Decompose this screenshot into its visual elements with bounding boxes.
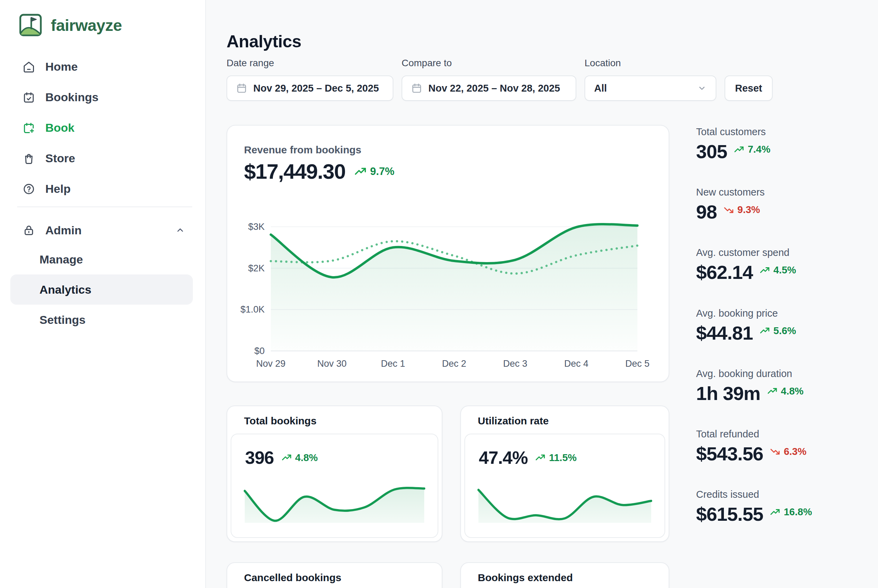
stat-label: Credits issued: [696, 489, 872, 500]
location-value: All: [594, 82, 607, 94]
reset-group: Reset: [725, 75, 773, 101]
lock-icon: [23, 224, 35, 236]
stat-label: Total customers: [696, 126, 872, 138]
utilization-rate-trend: 11.5%: [535, 452, 577, 464]
cancelled-bookings-card: Cancelled bookings: [227, 562, 442, 588]
page-title: Analytics: [227, 32, 301, 51]
sidebar-item-label: Book: [45, 121, 75, 135]
revenue-card-title: Revenue from bookings: [244, 144, 361, 156]
sidebar-item-settings[interactable]: Settings: [0, 304, 205, 335]
trending-up-icon: [767, 386, 777, 396]
calendar-plus-icon: [23, 122, 35, 134]
utilization-rate-title: Utilization rate: [478, 415, 549, 427]
compare-to-button[interactable]: Nov 22, 2025 – Nov 28, 2025: [401, 75, 576, 101]
sidebar-item-manage[interactable]: Manage: [0, 244, 205, 274]
svg-text:Dec 2: Dec 2: [442, 358, 466, 369]
date-range-filter: Date range Nov 29, 2025 – Dec 5, 2025: [227, 58, 393, 101]
cancelled-bookings-title: Cancelled bookings: [244, 572, 341, 584]
svg-text:Dec 1: Dec 1: [381, 358, 405, 369]
sidebar-item-label: Store: [45, 152, 75, 165]
stat-trend: 6.3%: [770, 446, 806, 457]
revenue-card: Revenue from bookings $17,449.30 9.7% $0…: [227, 125, 669, 382]
compare-to-value: Nov 22, 2025 – Nov 28, 2025: [428, 82, 560, 94]
stat-label: Avg. booking price: [696, 308, 872, 319]
stat-trend: 16.8%: [770, 506, 812, 518]
trend-value: 6.3%: [783, 446, 806, 457]
sidebar-item-help[interactable]: Help: [0, 174, 205, 204]
stat-avg-booking-price: Avg. booking price $44.81 5.6%: [696, 308, 872, 342]
stat-trend: 7.4%: [734, 144, 770, 155]
revenue-line-chart: $0$1.0K$2K$3KNov 29Nov 30Dec 1Dec 2Dec 3…: [227, 213, 670, 378]
stat-value: $543.56: [696, 445, 763, 463]
trending-down-icon: [723, 205, 734, 215]
stat-avg-booking-duration: Avg. booking duration 1h 39m 4.8%: [696, 368, 872, 402]
location-filter: Location All: [585, 58, 716, 101]
calendar-icon: [236, 82, 247, 94]
bookings-extended-title: Bookings extended: [478, 572, 573, 584]
sidebar-item-label: Analytics: [39, 283, 91, 296]
trending-up-icon: [759, 326, 770, 336]
filters-bar: Date range Nov 29, 2025 – Dec 5, 2025 Co…: [227, 58, 773, 101]
stat-trend: 5.6%: [759, 325, 796, 336]
sidebar-item-label: Settings: [39, 313, 86, 327]
trending-up-icon: [734, 144, 744, 155]
sidebar-item-label: Home: [45, 60, 78, 74]
calendar-check-icon: [23, 91, 35, 104]
date-range-button[interactable]: Nov 29, 2025 – Dec 5, 2025: [227, 75, 393, 101]
trend-value: 9.7%: [370, 165, 394, 178]
brand-name: fairwayze: [51, 16, 122, 34]
reset-button[interactable]: Reset: [725, 75, 773, 101]
revenue-trend: 9.7%: [354, 165, 394, 178]
svg-text:Dec 4: Dec 4: [564, 358, 589, 369]
trend-value: 16.8%: [783, 506, 812, 518]
trend-value: 9.3%: [737, 204, 760, 216]
stat-total-customers: Total customers 305 7.4%: [696, 126, 872, 160]
stat-value: $44.81: [696, 324, 753, 342]
svg-text:$1.0K: $1.0K: [240, 304, 265, 315]
stat-trend: 4.5%: [759, 264, 796, 276]
sidebar-item-home[interactable]: Home: [0, 51, 205, 82]
svg-text:Dec 3: Dec 3: [503, 358, 528, 369]
sidebar-nav: Home Bookings Book Store Help: [0, 51, 205, 204]
svg-text:$2K: $2K: [248, 263, 265, 273]
stat-value: 305: [696, 142, 727, 160]
total-bookings-value: 396: [245, 447, 274, 468]
utilization-rate-value: 47.4%: [479, 447, 528, 468]
stat-value: 98: [696, 203, 717, 221]
sidebar-item-label: Help: [45, 182, 71, 195]
stat-trend: 4.8%: [767, 386, 803, 397]
revenue-value: $17,449.30: [244, 159, 345, 183]
svg-text:Dec 5: Dec 5: [625, 358, 650, 369]
compare-to-filter: Compare to Nov 22, 2025 – Nov 28, 2025: [401, 58, 576, 101]
home-icon: [23, 61, 35, 73]
sidebar-item-store[interactable]: Store: [0, 143, 205, 174]
trend-value: 11.5%: [549, 452, 577, 464]
sidebar-divider: [17, 207, 192, 207]
trend-value: 7.4%: [747, 144, 770, 155]
stat-credits-issued: Credits issued $615.55 16.8%: [696, 489, 872, 523]
stat-new-customers: New customers 98 9.3%: [696, 187, 872, 221]
total-bookings-title: Total bookings: [244, 415, 316, 427]
sidebar-item-admin[interactable]: Admin: [0, 216, 205, 244]
sidebar-item-analytics[interactable]: Analytics: [10, 274, 193, 304]
total-bookings-body: 396 4.8%: [231, 434, 438, 538]
trend-value: 4.5%: [773, 264, 796, 276]
admin-submenu: Manage Analytics Settings: [0, 244, 205, 335]
stat-value: $62.14: [696, 263, 753, 281]
compare-to-label: Compare to: [401, 58, 576, 69]
stat-label: Avg. booking duration: [696, 368, 872, 380]
trending-up-icon: [759, 265, 770, 276]
stat-label: New customers: [696, 187, 872, 198]
sidebar-item-book[interactable]: Book: [0, 112, 205, 143]
stat-label: Total refunded: [696, 429, 872, 440]
bookings-extended-card: Bookings extended: [460, 562, 669, 588]
sidebar-item-label: Manage: [39, 253, 83, 266]
sidebar-item-bookings[interactable]: Bookings: [0, 82, 205, 112]
stat-value: $615.55: [696, 505, 763, 523]
trend-value: 4.8%: [295, 452, 318, 464]
svg-text:Nov 30: Nov 30: [317, 358, 347, 369]
location-select[interactable]: All: [585, 75, 716, 101]
sidebar: fairwayze Home Bookings Book Store: [0, 0, 206, 588]
stats-column: Total customers 305 7.4% New customers 9…: [696, 126, 872, 549]
svg-text:Nov 29: Nov 29: [256, 358, 286, 369]
